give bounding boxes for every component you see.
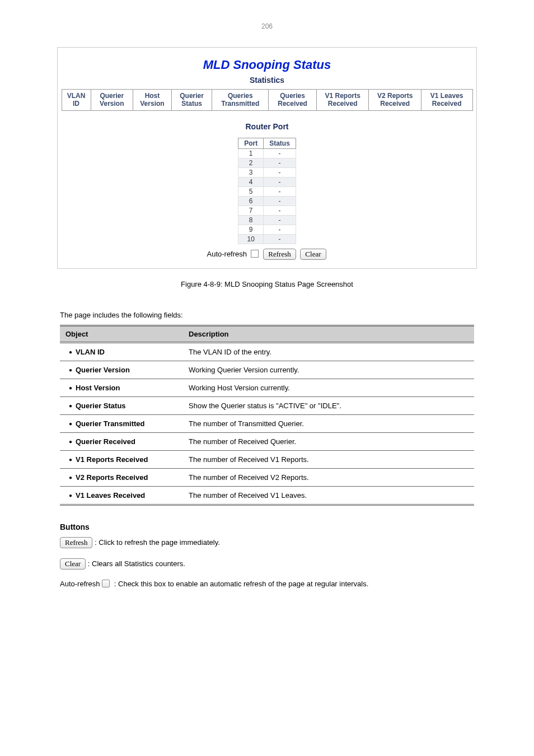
page-number: 206 [0,22,534,30]
auto-refresh-desc: : Check this box to enable an automatic … [114,580,369,588]
col-queries-received: Queries Received [269,90,317,111]
table-row: 10- [238,234,296,244]
table-row: ●Host VersionWorking Host Version curren… [60,379,474,396]
table-row: 2- [238,158,296,167]
table-row: ●Querier StatusShow the Querier status i… [60,396,474,414]
statistics-subtitle: Statistics [58,76,476,85]
table-row: ●Querier VersionWorking Querier Version … [60,361,474,379]
table-row: ●V2 Reports ReceivedThe number of Receiv… [60,468,474,486]
clear-button-row: Clear : Clears all Statistics counters. [60,558,474,570]
description-table: Object Description ●VLAN IDThe VLAN ID o… [60,325,474,506]
table-row: ●Querier ReceivedThe number of Received … [60,432,474,450]
clear-button[interactable]: Clear [300,249,326,260]
refresh-button-inline[interactable]: Refresh [60,537,92,548]
auto-refresh-inline-label: Auto-refresh [60,580,100,588]
controls-row: Auto-refresh Refresh Clear [58,249,476,260]
router-col-status: Status [264,138,296,148]
desc-head-description: Description [183,325,474,342]
auto-refresh-checkbox-inline[interactable] [102,580,110,587]
col-v2-reports: V2 Reports Received [369,90,421,111]
figure-title: MLD Snooping Status [58,58,476,72]
auto-refresh-row: Auto-refresh : Check this box to enable … [60,580,474,588]
router-port-table: Port Status 1- 2- 3- 4- 5- 6- 7- 8- 9- 1… [238,138,296,244]
table-row: ●V1 Leaves ReceivedThe number of Receive… [60,486,474,505]
table-row: ●V1 Reports ReceivedThe number of Receiv… [60,450,474,468]
col-host-version: Host Version [133,90,172,111]
table-row: 5- [238,186,296,196]
table-row: 6- [238,196,296,206]
auto-refresh-checkbox[interactable] [251,250,259,258]
col-v1-reports: V1 Reports Received [316,90,368,111]
desc-head-object: Object [60,325,183,342]
refresh-button-desc: : Click to refresh the page immediately. [95,538,220,547]
col-querier-version: Querier Version [91,90,133,111]
intro-text: The page includes the following fields: [60,311,474,319]
table-row: 3- [238,167,296,177]
table-row: 1- [238,148,296,158]
table-row: ●VLAN IDThe VLAN ID of the entry. [60,342,474,361]
table-row: ●Querier TransmittedThe number of Transm… [60,414,474,432]
router-port-title: Router Port [58,122,476,131]
statistics-table: VLAN ID Querier Version Host Version Que… [62,89,473,111]
table-row: 7- [238,206,296,215]
figure-panel: MLD Snooping Status Statistics VLAN ID Q… [57,47,477,269]
refresh-button-row: Refresh : Click to refresh the page imme… [60,537,474,548]
table-row: 8- [238,215,296,225]
clear-button-desc: : Clears all Statistics counters. [88,559,185,568]
auto-refresh-label: Auto-refresh [207,250,247,258]
col-v1-leaves: V1 Leaves Received [421,90,472,111]
col-querier-status: Querier Status [171,90,212,111]
col-queries-transmitted: Queries Transmitted [212,90,269,111]
refresh-button[interactable]: Refresh [263,249,296,260]
col-vlan-id: VLAN ID [62,90,91,111]
statistics-header-row: VLAN ID Querier Version Host Version Que… [62,90,472,111]
figure-caption: Figure 4-8-9: MLD Snooping Status Page S… [0,280,534,288]
router-col-port: Port [238,138,264,148]
table-row: 4- [238,177,296,186]
clear-button-inline[interactable]: Clear [60,558,86,570]
table-row: 9- [238,225,296,234]
buttons-section-title: Buttons [60,522,474,531]
